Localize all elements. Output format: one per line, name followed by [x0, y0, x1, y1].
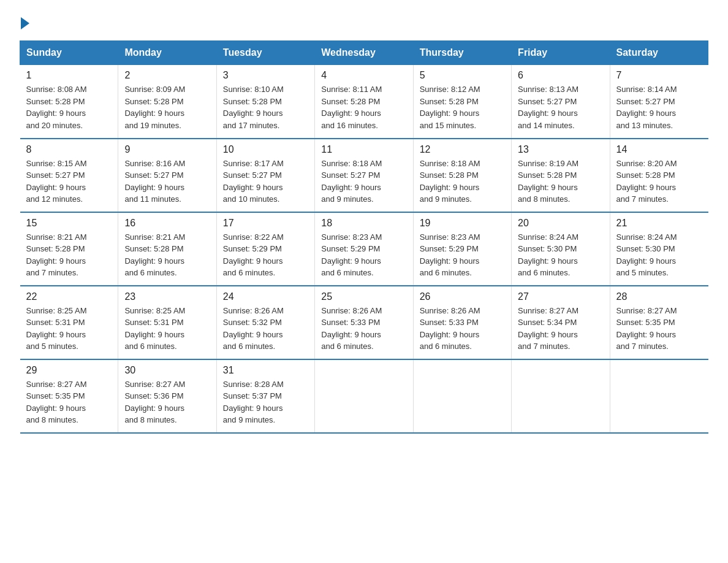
calendar-cell: 3 Sunrise: 8:10 AMSunset: 5:28 PMDayligh…	[216, 65, 314, 139]
day-number: 20	[518, 218, 603, 229]
header-cell-monday: Monday	[118, 41, 216, 65]
day-number: 30	[124, 365, 210, 376]
calendar-cell: 1 Sunrise: 8:08 AMSunset: 5:28 PMDayligh…	[20, 65, 118, 139]
day-number: 11	[321, 144, 406, 155]
calendar-cell	[512, 359, 610, 433]
calendar-cell: 22 Sunrise: 8:25 AMSunset: 5:31 PMDaylig…	[20, 286, 118, 359]
day-info: Sunrise: 8:27 AMSunset: 5:35 PMDaylight:…	[616, 305, 702, 353]
page-header	[20, 15, 708, 28]
day-number: 31	[223, 365, 308, 376]
calendar-cell: 11 Sunrise: 8:18 AMSunset: 5:27 PMDaylig…	[315, 139, 413, 212]
day-info: Sunrise: 8:17 AMSunset: 5:27 PMDaylight:…	[223, 158, 308, 205]
day-info: Sunrise: 8:27 AMSunset: 5:35 PMDaylight:…	[26, 378, 112, 426]
day-number: 27	[518, 291, 603, 302]
calendar-cell: 25 Sunrise: 8:26 AMSunset: 5:33 PMDaylig…	[315, 286, 413, 359]
calendar-cell: 24 Sunrise: 8:26 AMSunset: 5:32 PMDaylig…	[216, 286, 314, 359]
calendar-cell: 4 Sunrise: 8:11 AMSunset: 5:28 PMDayligh…	[315, 65, 413, 139]
calendar-cell: 21 Sunrise: 8:24 AMSunset: 5:30 PMDaylig…	[610, 212, 708, 286]
calendar-cell: 27 Sunrise: 8:27 AMSunset: 5:34 PMDaylig…	[512, 286, 610, 359]
calendar-cell: 17 Sunrise: 8:22 AMSunset: 5:29 PMDaylig…	[216, 212, 314, 286]
header-cell-tuesday: Tuesday	[216, 41, 314, 65]
day-info: Sunrise: 8:25 AMSunset: 5:31 PMDaylight:…	[124, 305, 210, 353]
day-number: 13	[518, 144, 603, 155]
header-cell-friday: Friday	[512, 41, 610, 65]
day-number: 7	[616, 70, 702, 81]
calendar-cell: 29 Sunrise: 8:27 AMSunset: 5:35 PMDaylig…	[20, 359, 118, 433]
day-info: Sunrise: 8:23 AMSunset: 5:29 PMDaylight:…	[420, 231, 505, 279]
calendar-cell: 23 Sunrise: 8:25 AMSunset: 5:31 PMDaylig…	[118, 286, 216, 359]
day-number: 2	[124, 70, 210, 81]
calendar-cell: 14 Sunrise: 8:20 AMSunset: 5:28 PMDaylig…	[610, 139, 708, 212]
day-number: 25	[321, 291, 406, 302]
day-number: 1	[26, 70, 112, 81]
logo	[20, 15, 29, 28]
calendar-cell: 7 Sunrise: 8:14 AMSunset: 5:27 PMDayligh…	[610, 65, 708, 139]
calendar-body: 1 Sunrise: 8:08 AMSunset: 5:28 PMDayligh…	[20, 65, 708, 433]
header-cell-thursday: Thursday	[413, 41, 511, 65]
day-info: Sunrise: 8:27 AMSunset: 5:36 PMDaylight:…	[124, 378, 210, 426]
day-info: Sunrise: 8:19 AMSunset: 5:28 PMDaylight:…	[518, 158, 603, 205]
day-number: 23	[124, 291, 210, 302]
logo-triangle-icon	[21, 17, 29, 29]
day-info: Sunrise: 8:16 AMSunset: 5:27 PMDaylight:…	[124, 158, 210, 205]
day-info: Sunrise: 8:14 AMSunset: 5:27 PMDaylight:…	[616, 83, 702, 131]
calendar-table: SundayMondayTuesdayWednesdayThursdayFrid…	[20, 40, 708, 434]
day-number: 9	[124, 144, 210, 155]
day-info: Sunrise: 8:26 AMSunset: 5:33 PMDaylight:…	[420, 305, 505, 353]
day-info: Sunrise: 8:22 AMSunset: 5:29 PMDaylight:…	[223, 231, 308, 279]
day-info: Sunrise: 8:26 AMSunset: 5:33 PMDaylight:…	[321, 305, 406, 353]
day-info: Sunrise: 8:18 AMSunset: 5:28 PMDaylight:…	[420, 158, 505, 205]
calendar-week-row: 22 Sunrise: 8:25 AMSunset: 5:31 PMDaylig…	[20, 286, 708, 359]
day-info: Sunrise: 8:20 AMSunset: 5:28 PMDaylight:…	[616, 158, 702, 205]
day-number: 16	[124, 218, 210, 229]
calendar-week-row: 29 Sunrise: 8:27 AMSunset: 5:35 PMDaylig…	[20, 359, 708, 433]
day-info: Sunrise: 8:21 AMSunset: 5:28 PMDaylight:…	[124, 231, 210, 279]
calendar-week-row: 15 Sunrise: 8:21 AMSunset: 5:28 PMDaylig…	[20, 212, 708, 286]
day-number: 21	[616, 218, 702, 229]
day-info: Sunrise: 8:10 AMSunset: 5:28 PMDaylight:…	[223, 83, 308, 131]
day-info: Sunrise: 8:15 AMSunset: 5:27 PMDaylight:…	[26, 158, 112, 205]
day-info: Sunrise: 8:24 AMSunset: 5:30 PMDaylight:…	[616, 231, 702, 279]
calendar-cell: 19 Sunrise: 8:23 AMSunset: 5:29 PMDaylig…	[413, 212, 511, 286]
day-number: 5	[420, 70, 505, 81]
calendar-cell: 26 Sunrise: 8:26 AMSunset: 5:33 PMDaylig…	[413, 286, 511, 359]
day-info: Sunrise: 8:12 AMSunset: 5:28 PMDaylight:…	[420, 83, 505, 131]
day-number: 15	[26, 218, 112, 229]
day-number: 29	[26, 365, 112, 376]
calendar-cell: 16 Sunrise: 8:21 AMSunset: 5:28 PMDaylig…	[118, 212, 216, 286]
calendar-header: SundayMondayTuesdayWednesdayThursdayFrid…	[20, 41, 708, 65]
day-info: Sunrise: 8:21 AMSunset: 5:28 PMDaylight:…	[26, 231, 112, 279]
day-info: Sunrise: 8:26 AMSunset: 5:32 PMDaylight:…	[223, 305, 308, 353]
calendar-cell: 18 Sunrise: 8:23 AMSunset: 5:29 PMDaylig…	[315, 212, 413, 286]
calendar-cell: 13 Sunrise: 8:19 AMSunset: 5:28 PMDaylig…	[512, 139, 610, 212]
day-info: Sunrise: 8:23 AMSunset: 5:29 PMDaylight:…	[321, 231, 406, 279]
day-info: Sunrise: 8:08 AMSunset: 5:28 PMDaylight:…	[26, 83, 112, 131]
day-number: 22	[26, 291, 112, 302]
day-number: 3	[223, 70, 308, 81]
day-number: 26	[420, 291, 505, 302]
day-info: Sunrise: 8:27 AMSunset: 5:34 PMDaylight:…	[518, 305, 603, 353]
day-number: 6	[518, 70, 603, 81]
calendar-cell: 10 Sunrise: 8:17 AMSunset: 5:27 PMDaylig…	[216, 139, 314, 212]
day-info: Sunrise: 8:18 AMSunset: 5:27 PMDaylight:…	[321, 158, 406, 205]
day-number: 10	[223, 144, 308, 155]
header-cell-wednesday: Wednesday	[315, 41, 413, 65]
calendar-cell: 5 Sunrise: 8:12 AMSunset: 5:28 PMDayligh…	[413, 65, 511, 139]
calendar-cell: 30 Sunrise: 8:27 AMSunset: 5:36 PMDaylig…	[118, 359, 216, 433]
calendar-cell	[315, 359, 413, 433]
day-number: 28	[616, 291, 702, 302]
day-number: 12	[420, 144, 505, 155]
header-row: SundayMondayTuesdayWednesdayThursdayFrid…	[20, 41, 708, 65]
calendar-week-row: 8 Sunrise: 8:15 AMSunset: 5:27 PMDayligh…	[20, 139, 708, 212]
calendar-cell: 12 Sunrise: 8:18 AMSunset: 5:28 PMDaylig…	[413, 139, 511, 212]
day-info: Sunrise: 8:11 AMSunset: 5:28 PMDaylight:…	[321, 83, 406, 131]
header-cell-sunday: Sunday	[20, 41, 118, 65]
day-number: 19	[420, 218, 505, 229]
calendar-cell: 31 Sunrise: 8:28 AMSunset: 5:37 PMDaylig…	[216, 359, 314, 433]
day-info: Sunrise: 8:25 AMSunset: 5:31 PMDaylight:…	[26, 305, 112, 353]
day-info: Sunrise: 8:09 AMSunset: 5:28 PMDaylight:…	[124, 83, 210, 131]
calendar-cell: 28 Sunrise: 8:27 AMSunset: 5:35 PMDaylig…	[610, 286, 708, 359]
day-number: 4	[321, 70, 406, 81]
header-cell-saturday: Saturday	[610, 41, 708, 65]
calendar-cell	[610, 359, 708, 433]
